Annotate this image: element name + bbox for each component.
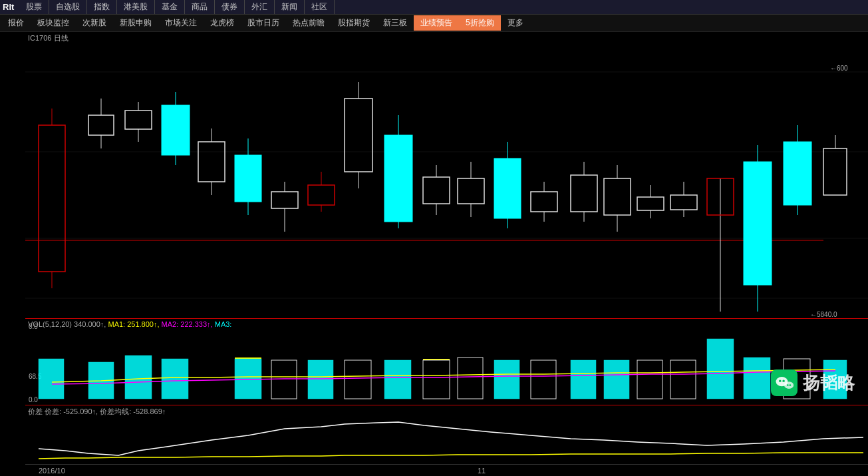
svg-rect-93: [571, 360, 596, 399]
svg-rect-94: [604, 360, 629, 399]
svg-rect-87: [384, 360, 411, 399]
svg-rect-20: [162, 105, 190, 155]
chart-title: IC1706 日线: [28, 33, 69, 43]
svg-rect-53: [571, 175, 597, 212]
svg-rect-23: [198, 142, 225, 182]
svg-rect-62: [670, 195, 697, 210]
ma3-label: MA3:: [215, 320, 232, 328]
svg-rect-59: [637, 197, 664, 210]
nav-commodity[interactable]: 商品: [185, 0, 215, 14]
svg-point-106: [782, 380, 785, 383]
date-label-nov: 11: [478, 467, 486, 475]
svg-rect-96: [670, 360, 696, 399]
svg-rect-95: [637, 360, 662, 399]
nav-fund[interactable]: 基金: [155, 0, 185, 14]
volume-label: VOL(5,12,20) 340.000↑, MA1: 251.800↑, MA…: [28, 320, 231, 328]
svg-rect-26: [235, 155, 261, 202]
svg-point-105: [779, 380, 782, 383]
svg-point-108: [787, 384, 789, 386]
svg-rect-80: [125, 356, 152, 399]
nav-bond[interactable]: 债券: [215, 0, 245, 14]
svg-rect-82: [235, 357, 261, 359]
nav-index[interactable]: 指数: [87, 0, 117, 14]
svg-text:←5840.0: ←5840.0: [810, 311, 837, 318]
svg-rect-92: [531, 360, 556, 399]
svg-rect-44: [458, 178, 484, 204]
svg-rect-86: [345, 360, 371, 399]
sub-nav-calendar[interactable]: 股市日历: [241, 15, 286, 31]
nav-watchlist[interactable]: 自选股: [49, 0, 87, 14]
svg-rect-29: [271, 192, 298, 208]
svg-rect-85: [308, 360, 333, 399]
svg-rect-47: [494, 158, 521, 218]
svg-point-107: [784, 381, 794, 389]
sub-nav-ipo[interactable]: 新股申购: [113, 15, 158, 31]
volume-chart: VOL(5,12,20) 340.000↑, MA1: 251.800↑, MA…: [25, 318, 868, 405]
watermark: 扬韬略: [771, 369, 855, 396]
sub-nav-third-board[interactable]: 新三板: [376, 15, 414, 31]
diff-label: 价差 价差: -525.090↑, 价差均线: -528.869↑: [28, 407, 166, 417]
svg-rect-56: [604, 178, 631, 215]
date-axis: 2016/10 11: [25, 464, 868, 476]
sub-nav-discount[interactable]: 5折抢购: [459, 15, 501, 31]
svg-rect-14: [88, 115, 114, 135]
volume-text: VOL(5,12,20) 340.000↑,: [28, 320, 106, 328]
svg-rect-50: [531, 192, 557, 212]
date-label-oct: 2016/10: [39, 467, 65, 475]
logo: RIt: [3, 2, 14, 12]
nav-items: 股票 自选股 指数 港美股 基金 商品 债券 外汇 新闻 社区: [19, 0, 335, 14]
svg-rect-90: [458, 357, 483, 399]
svg-rect-32: [308, 185, 335, 205]
sub-nav-dragon[interactable]: 龙虎榜: [204, 15, 241, 31]
svg-rect-91: [494, 360, 519, 399]
wechat-icon: [771, 369, 797, 396]
ma2-label: MA2: 222.333↑,: [162, 320, 213, 328]
svg-point-109: [790, 384, 792, 386]
watermark-text: 扬韬略: [803, 371, 855, 395]
svg-rect-70: [784, 142, 811, 205]
svg-rect-11: [39, 125, 65, 272]
svg-rect-97: [707, 339, 734, 399]
sub-nav-market-watch[interactable]: 市场关注: [158, 15, 204, 31]
svg-rect-17: [125, 111, 152, 129]
svg-rect-73: [823, 148, 847, 195]
top-nav: RIt 股票 自选股 指数 港美股 基金 商品 债券 外汇 新闻 社区: [0, 0, 868, 15]
ma1-label: MA1: 251.800↑,: [108, 320, 159, 328]
main-chart: IC1706 日线 059 985 913 840 ←600 ←5840.0: [25, 32, 868, 318]
sub-nav: 报价 板块监控 次新股 新股申购 市场关注 龙虎榜 股市日历 热点前瞻 股指期货…: [0, 15, 868, 32]
svg-text:←600: ←600: [830, 65, 848, 72]
nav-community[interactable]: 社区: [305, 0, 335, 14]
svg-rect-89: [423, 360, 450, 399]
sub-nav-quote[interactable]: 报价: [1, 15, 31, 31]
nav-news[interactable]: 新闻: [275, 0, 305, 14]
sub-nav-hot[interactable]: 热点前瞻: [286, 15, 331, 31]
chart-area: IC1706 日线 059 985 913 840 ←600 ←5840.0: [0, 32, 868, 476]
svg-rect-38: [384, 135, 412, 222]
svg-rect-35: [345, 99, 372, 172]
svg-rect-81: [162, 359, 188, 399]
sub-nav-earnings[interactable]: 业绩预告: [414, 15, 459, 31]
sub-nav-block[interactable]: 板块监控: [31, 15, 76, 31]
svg-text:0.0: 0.0: [29, 396, 38, 403]
nav-hk-us[interactable]: 港美股: [117, 0, 155, 14]
sub-nav-more[interactable]: 更多: [501, 15, 530, 31]
nav-forex[interactable]: 外汇: [245, 0, 275, 14]
svg-rect-67: [744, 162, 772, 285]
svg-rect-98: [744, 357, 770, 399]
svg-rect-78: [39, 359, 64, 399]
sub-nav-futures[interactable]: 股指期货: [331, 15, 376, 31]
nav-stocks[interactable]: 股票: [19, 0, 49, 14]
sub-nav-new-stocks[interactable]: 次新股: [76, 15, 113, 31]
svg-rect-41: [423, 177, 450, 204]
